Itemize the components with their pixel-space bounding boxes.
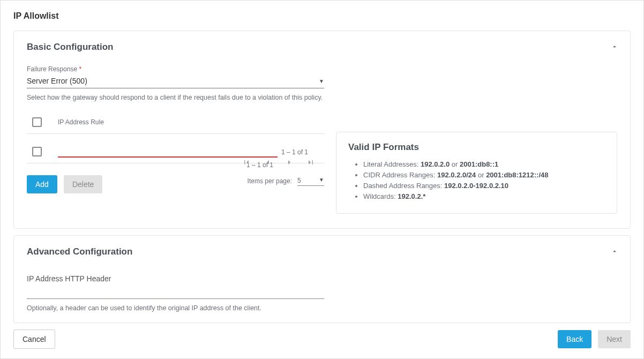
chevron-up-icon	[611, 43, 618, 50]
chevron-up-icon	[611, 248, 618, 255]
add-button[interactable]: Add	[27, 175, 57, 193]
table-header-row: IP Address Rule	[27, 113, 324, 134]
next-page-icon[interactable]	[285, 158, 294, 167]
advanced-config-title: Advanced Configuration	[27, 246, 617, 257]
items-per-page: Items per page: 5 ▼	[248, 176, 324, 186]
http-header-help: Optionally, a header can be used to iden…	[27, 304, 617, 312]
last-page-icon[interactable]	[306, 158, 315, 167]
list-item: Dashed Address Ranges: 192.0.2.0-192.0.2…	[363, 181, 605, 191]
advanced-config-card: Advanced Configuration IP Address HTTP H…	[13, 235, 631, 323]
page-title: IP Allowlist	[13, 11, 631, 21]
list-item: Literal Addresses: 192.0.2.0 or 2001:db8…	[363, 159, 605, 170]
valid-formats-title: Valid IP Formats	[348, 142, 605, 153]
cancel-button[interactable]: Cancel	[13, 330, 55, 349]
ip-rule-table: IP Address Rule 1 – 1 of 1 1 – 1 of 1	[27, 113, 324, 193]
list-item: CIDR Address Ranges: 192.0.2.0/24 or 200…	[363, 170, 605, 181]
required-marker: *	[79, 65, 81, 73]
chevron-down-icon: ▼	[319, 78, 324, 84]
items-per-page-select[interactable]: 5 ▼	[297, 176, 324, 186]
bottom-bar: Cancel Back Next	[13, 330, 631, 349]
collapse-basic-toggle[interactable]	[611, 43, 618, 50]
http-header-label: IP Address HTTP Header	[27, 274, 617, 283]
next-button: Next	[598, 330, 631, 348]
basic-config-card: Basic Configuration Failure Response * S…	[13, 31, 631, 229]
basic-config-title: Basic Configuration	[27, 42, 617, 53]
back-button[interactable]: Back	[558, 330, 591, 348]
ip-rule-column-header: IP Address Rule	[58, 118, 104, 126]
chevron-down-icon: ▼	[319, 177, 324, 184]
list-item: Wildcards: 192.0.2.*	[363, 191, 605, 202]
valid-formats-list: Literal Addresses: 192.0.2.0 or 2001:db8…	[348, 159, 605, 203]
failure-response-value: Server Error (500)	[27, 77, 87, 85]
basic-left-column: Failure Response * Server Error (500) ▼ …	[27, 65, 327, 193]
prev-page-icon[interactable]	[264, 158, 272, 167]
page-container: IP Allowlist Basic Configuration Failure…	[0, 0, 644, 359]
pager-range-text: 1 – 1 of 1	[281, 148, 308, 156]
failure-response-label: Failure Response *	[27, 65, 327, 73]
failure-response-help: Select how the gateway should respond to…	[27, 94, 327, 101]
row-checkbox[interactable]	[32, 147, 42, 156]
ip-rule-input[interactable]	[58, 146, 278, 158]
pager-controls	[233, 158, 324, 167]
select-all-checkbox[interactable]	[32, 117, 42, 127]
delete-button: Delete	[64, 175, 102, 193]
items-per-page-label: Items per page:	[248, 177, 292, 185]
failure-response-select[interactable]: Server Error (500) ▼	[27, 74, 324, 88]
wizard-nav: Back Next	[558, 330, 631, 348]
collapse-advanced-toggle[interactable]	[611, 248, 618, 255]
http-header-input[interactable]	[27, 287, 324, 299]
first-page-icon[interactable]	[242, 158, 251, 167]
valid-ip-formats-panel: Valid IP Formats Literal Addresses: 192.…	[336, 132, 617, 214]
